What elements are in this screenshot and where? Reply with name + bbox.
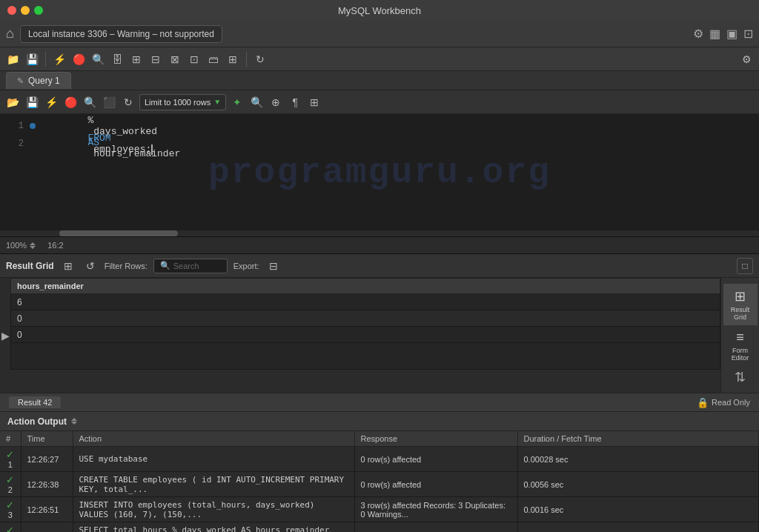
trigger-icon[interactable]: ⊡ [186, 51, 202, 67]
schema-icon[interactable]: 🔴 [70, 51, 87, 67]
open-script-icon[interactable]: 📂 [4, 94, 21, 110]
code-text-2: FROM employees; [42, 122, 153, 166]
panel-icon[interactable]: ▣ [726, 27, 738, 41]
dropdown-arrow: ▼ [213, 98, 221, 106]
save-script-icon[interactable]: 💾 [24, 94, 40, 110]
status-ok-icon: ✓ [6, 474, 14, 485]
lock-icon: 🔒 [697, 397, 709, 408]
maximize-button[interactable] [34, 6, 43, 15]
cell-row1[interactable]: 6 [11, 294, 720, 310]
col-header-duration: Duration / Fetch Time [517, 431, 759, 447]
cell-row3[interactable]: 0 [11, 327, 720, 343]
grid-toggle-icon[interactable]: ⊞ [60, 258, 76, 274]
action-output-header: Action Output [0, 412, 759, 431]
close-button[interactable] [7, 6, 16, 15]
settings-icon[interactable]: ⚙ [693, 27, 703, 41]
action-response: 0 row(s) affected [354, 447, 517, 472]
result-table: hours_remainder 6 0 0 [10, 278, 720, 370]
col-header-num: # [0, 431, 21, 447]
folder-icon[interactable]: 📁 [4, 51, 21, 67]
data-grid-wrapper: ▶ hours_remainder 6 0 0 [0, 278, 759, 393]
sort-down-icon[interactable] [71, 422, 77, 425]
zoom-arrows[interactable] [30, 242, 36, 249]
find-icon[interactable]: ⊕ [268, 94, 284, 110]
line-indicator-2 [30, 141, 36, 147]
panel-expand-arrow[interactable]: ▶ [0, 278, 10, 393]
stop-icon[interactable]: ⬛ [101, 94, 117, 110]
run-icon[interactable]: 🔴 [62, 94, 79, 110]
data-grid: hours_remainder 6 0 0 [10, 278, 720, 393]
window-controls[interactable] [7, 6, 43, 15]
nav-bar: ⌂ Local instance 3306 – Warning – not su… [0, 21, 759, 47]
toggle-icon[interactable]: ↻ [120, 94, 136, 110]
watermark: programguru.org [208, 153, 551, 193]
search-box[interactable]: 🔍 Search [153, 259, 228, 273]
minimize-button[interactable] [21, 6, 30, 15]
readonly-badge: 🔒 Read Only [697, 397, 750, 408]
result-status-bar: Result 42 🔒 Read Only [0, 393, 759, 412]
form-editor-icon: ≡ [736, 330, 744, 345]
status-ok-icon: ✓ [6, 449, 14, 460]
panel-toggle-button[interactable]: □ [737, 258, 753, 274]
main-toolbar: 📁 💾 ⚡ 🔴 🔍 🗄 ⊞ ⊟ ⊠ ⊡ 🗃 ⊞ ↻ ⚙ [0, 47, 759, 71]
panel-expand-icon[interactable]: ⇅ [735, 369, 746, 385]
zoom-value: 100% [6, 241, 27, 250]
action-table-row: ✓ 2 12:26:38 CREATE TABLE employees ( id… [0, 472, 759, 497]
cell-row2[interactable]: 0 [11, 310, 720, 327]
close-panel-icon[interactable]: ⊡ [743, 27, 753, 41]
action-time: 12:26:27 [21, 447, 73, 472]
line-indicator-1 [30, 123, 36, 129]
action-output-section: Action Output # Time Action Response Dur… [0, 412, 759, 532]
index-icon[interactable]: ⊟ [148, 51, 164, 67]
action-text: INSERT INTO employees (total_hours, days… [73, 497, 354, 522]
table-row-empty [11, 343, 720, 370]
cell-empty [11, 343, 720, 370]
scrollbar-thumb[interactable] [59, 230, 178, 236]
editor-status-bar: 100% 16:2 [0, 236, 759, 254]
sql-icon[interactable]: ⚡ [51, 51, 67, 67]
editor-scrollbar[interactable] [0, 230, 759, 236]
column-icon[interactable]: ⊞ [128, 51, 145, 67]
refresh-icon[interactable]: ↻ [252, 51, 268, 67]
zoom-up-icon[interactable] [30, 242, 36, 245]
performance-icon[interactable]: ⚙ [738, 51, 755, 67]
run-all-icon[interactable]: ⚡ [43, 94, 59, 110]
action-num: ✓ 3 [0, 497, 21, 522]
query-tab[interactable]: ✎ Query 1 [6, 72, 71, 89]
instance-label[interactable]: Local instance 3306 – Warning – not supp… [20, 25, 222, 43]
layout-icon[interactable]: ▦ [709, 27, 720, 41]
context-help-icon[interactable]: ¶ [287, 94, 303, 110]
action-text: USE mydatabase [73, 447, 354, 472]
action-response: 3 row(s) returned [354, 522, 517, 533]
inspect-icon[interactable]: 🔍 [90, 51, 106, 67]
col-header-response: Response [354, 431, 517, 447]
table-icon[interactable]: 🗄 [109, 51, 125, 67]
search2-icon[interactable]: 🔍 [248, 94, 265, 110]
action-output-label: Action Output [7, 416, 67, 427]
action-text: CREATE TABLE employees ( id INT AUTO_INC… [73, 472, 354, 497]
format-icon[interactable]: ⊞ [306, 94, 322, 110]
bookmark-icon[interactable]: ✦ [229, 94, 245, 110]
zoom-down-icon[interactable] [30, 246, 36, 249]
form-editor-panel-btn[interactable]: ≡ FormEditor [723, 325, 758, 366]
explain-icon[interactable]: 🔍 [82, 94, 98, 110]
search-icon: 🔍 [160, 261, 170, 270]
refresh-result-icon[interactable]: ↺ [82, 258, 99, 274]
save-icon[interactable]: 💾 [24, 51, 40, 67]
fk-icon[interactable]: ⊠ [167, 51, 183, 67]
code-line-2: 2 FROM employees; [0, 135, 759, 153]
tool9-icon[interactable]: ⊞ [225, 51, 241, 67]
result-grid-panel-btn[interactable]: ⊞ ResultGrid [723, 284, 758, 325]
zoom-control[interactable]: 100% [6, 241, 36, 250]
action-duration: 0.00057 sec / 0.0000... [517, 522, 759, 533]
limit-dropdown[interactable]: Limit to 1000 rows ▼ [139, 94, 226, 110]
home-icon[interactable]: ⌂ [6, 26, 14, 41]
result-tab[interactable]: Result 42 [9, 396, 61, 408]
db-icon[interactable]: 🗃 [205, 51, 222, 67]
action-sort-arrows[interactable] [71, 418, 77, 425]
export-icon[interactable]: ⊟ [265, 258, 282, 274]
action-text: SELECT total_hours % days_worked AS hour… [73, 522, 354, 533]
sort-up-icon[interactable] [71, 418, 77, 421]
action-table-row: ✓ 3 12:26:51 INSERT INTO employees (tota… [0, 497, 759, 522]
code-editor[interactable]: 1 SELECT total_hours % days_worked AS ho… [0, 114, 759, 230]
